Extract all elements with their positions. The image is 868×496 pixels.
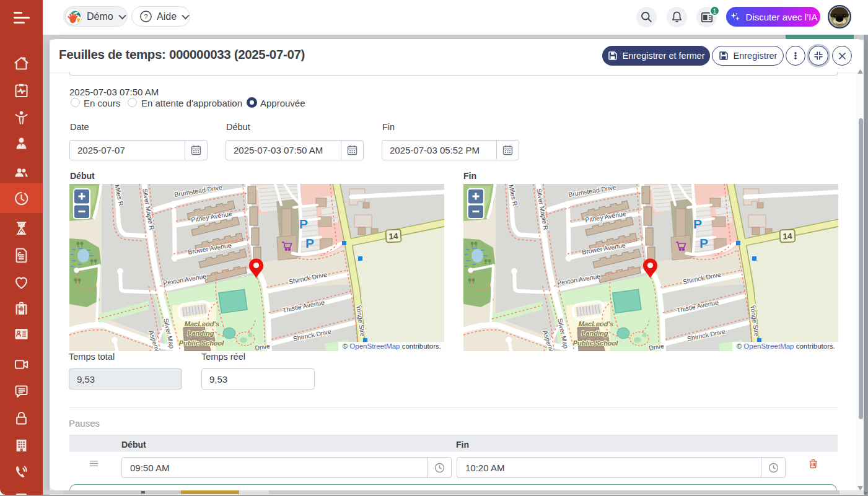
svg-text:?: ?	[144, 13, 147, 20]
